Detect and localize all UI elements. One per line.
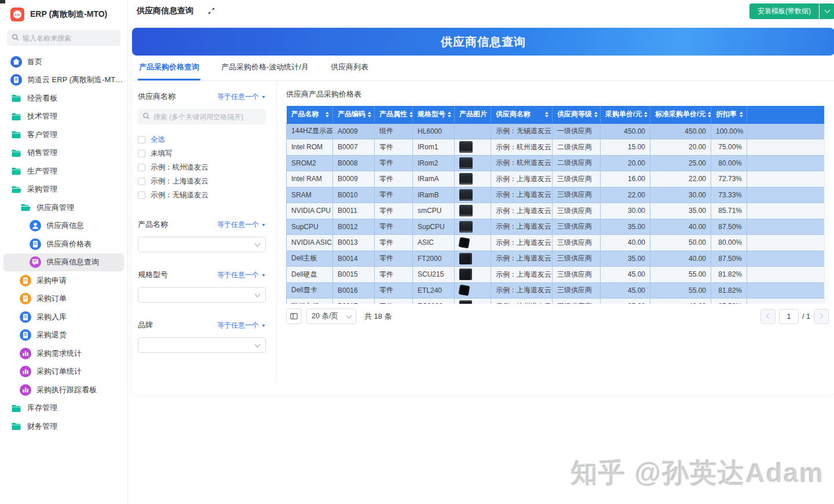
filter-operator-dropdown[interactable]: 等于任意一个▼ xyxy=(217,321,266,330)
checkbox-option[interactable]: 示例：上海道友云 xyxy=(138,174,266,188)
prev-page-button[interactable] xyxy=(760,309,776,324)
table-row[interactable]: Dell显卡B0016零件ETL240示例：上海道友云三级供应商45.0055.… xyxy=(287,282,825,299)
product-image-thumbnail[interactable] xyxy=(459,205,473,216)
fullscreen-expand-icon[interactable] xyxy=(207,7,215,15)
sidebar-item[interactable]: 采购订单 xyxy=(0,290,127,308)
column-header[interactable]: 标准采购单价/元 xyxy=(650,106,711,123)
checkbox-option[interactable]: 示例：杭州道友云 xyxy=(138,160,266,174)
product-image-thumbnail[interactable] xyxy=(459,253,472,264)
checkbox[interactable] xyxy=(138,164,145,171)
sort-icon[interactable] xyxy=(325,112,329,117)
install-template-label[interactable]: 安装模板(带数据) xyxy=(749,3,819,19)
table-row[interactable]: Dell硬盘B0015零件SCU215示例：上海道友云三级供应商45.0055.… xyxy=(287,267,825,283)
sidebar-item[interactable]: 采购申请 xyxy=(0,271,127,290)
product-image-thumbnail[interactable] xyxy=(459,221,473,233)
sidebar-item[interactable]: 生产管理 xyxy=(0,162,127,181)
sidebar-item[interactable]: 简道云 ERP (离散制造-MTO) ... xyxy=(0,71,127,90)
sidebar-item[interactable]: 经营看板 xyxy=(0,89,127,108)
brand-select[interactable] xyxy=(138,337,266,353)
table-row[interactable]: Dell主板B0014零件FT2000示例：上海道友云三级供应商35.0040.… xyxy=(287,251,825,267)
tab-product-purchase-price-query[interactable]: 产品采购价格查询 xyxy=(138,56,200,80)
product-image-thumbnail[interactable] xyxy=(459,300,472,304)
supplier-search-input[interactable] xyxy=(153,113,261,121)
column-header[interactable]: 采购单价/元 xyxy=(601,106,650,123)
column-settings-button[interactable] xyxy=(286,308,302,324)
vertical-scrollbar[interactable] xyxy=(824,106,829,304)
checkbox-option[interactable]: 全选 xyxy=(138,133,266,146)
table-row[interactable]: SupCPUB0012零件SupCPU示例：上海道友云三级供应商35.0040.… xyxy=(287,219,825,235)
checkbox[interactable] xyxy=(138,150,145,157)
checkbox-option[interactable]: 未填写 xyxy=(138,146,266,160)
sort-icon[interactable] xyxy=(545,112,548,117)
column-header[interactable]: 产品属性 xyxy=(375,106,413,123)
page-number-input[interactable] xyxy=(779,309,799,324)
sidebar-search-input[interactable] xyxy=(23,34,109,42)
column-header[interactable]: 产品编码 xyxy=(333,106,375,123)
column-header[interactable]: 规格型号 xyxy=(413,106,455,123)
table-row[interactable]: NVIDIA ASICB0013零件ASIC示例：上海道友云三级供应商40.00… xyxy=(287,235,825,251)
checkbox[interactable] xyxy=(138,192,145,199)
tab-price-fluctuation-monthly[interactable]: 产品采购价格-波动统计/月 xyxy=(220,56,310,80)
sidebar-item[interactable]: 供应商信息查询 xyxy=(3,253,124,272)
filter-operator-dropdown[interactable]: 等于任意一个▼ xyxy=(217,220,266,230)
sidebar-item[interactable]: 采购需求统计 xyxy=(0,344,127,363)
sort-icon[interactable] xyxy=(708,112,711,117)
sidebar-item[interactable]: 供应商信息 xyxy=(0,217,127,236)
next-page-button[interactable] xyxy=(814,309,829,324)
sort-icon[interactable] xyxy=(740,112,743,117)
sidebar-item[interactable]: 技术管理 xyxy=(0,108,127,126)
table-row[interactable]: 联想主板B0017零件EC2000示例：杭州道友云三级供应商35.0040.00… xyxy=(287,299,825,304)
table-cell: B0015 xyxy=(333,267,375,283)
product-image-thumbnail[interactable] xyxy=(459,157,473,169)
sidebar-item[interactable]: 销售管理 xyxy=(0,144,127,163)
table-row[interactable]: Intel ROMB0007零件IRom1示例：杭州道友云二级供应商15.002… xyxy=(287,139,825,156)
checkbox-option[interactable]: 示例：无锡道友云 xyxy=(138,188,266,202)
sort-icon[interactable] xyxy=(594,112,598,117)
filter-operator-dropdown[interactable]: 等于任意一个▼ xyxy=(217,270,266,280)
column-header[interactable]: 供应商等级 xyxy=(553,106,601,123)
table-row[interactable]: NVIDIA CPUB0011零件smCPU示例：上海道友云三级供应商30.00… xyxy=(287,203,825,219)
sidebar-item[interactable]: 供应商价格表 xyxy=(0,235,127,253)
product-image-thumbnail[interactable] xyxy=(459,237,470,248)
product-image-thumbnail[interactable] xyxy=(459,173,473,185)
sidebar-item[interactable]: 采购退货 xyxy=(0,326,127,345)
sidebar-item[interactable]: 采购入库 xyxy=(0,308,127,326)
product-image-thumbnail[interactable] xyxy=(459,189,473,201)
checkbox[interactable] xyxy=(138,136,145,144)
column-header[interactable]: 供应商名称 xyxy=(491,106,553,123)
table-row[interactable]: SRAMB0010零件IRamB示例：上海道友云三级供应商22.0030.007… xyxy=(287,187,825,203)
filter-operator-dropdown[interactable]: 等于任意一个▼ xyxy=(217,92,266,102)
column-header[interactable]: 折扣率 xyxy=(711,106,747,123)
table-row[interactable]: SROM2B0008零件IRom2示例：杭州道友云二级供应商20.0025.00… xyxy=(287,155,825,171)
sidebar-search[interactable] xyxy=(7,30,120,46)
sidebar-item[interactable]: 采购管理 xyxy=(0,181,127,199)
sidebar-item[interactable]: 采购订单统计 xyxy=(0,363,127,381)
sort-icon[interactable] xyxy=(448,112,451,117)
sort-icon[interactable] xyxy=(644,112,648,117)
page-size-select[interactable]: 20 条/页 xyxy=(306,308,356,324)
sidebar-item-label: 生产管理 xyxy=(27,166,57,176)
sidebar-item[interactable]: 供应商管理 xyxy=(0,198,127,217)
product-image-thumbnail[interactable] xyxy=(459,141,473,153)
table-cell: FT2000 xyxy=(413,251,455,267)
tab-supplier-list[interactable]: 供应商列表 xyxy=(330,56,370,80)
table-row[interactable]: 144HZ显示器A0009组件HL6000示例：无锡道友云一级供应商450.00… xyxy=(287,123,825,139)
sort-icon[interactable] xyxy=(409,112,413,117)
table-cell: B0014 xyxy=(333,251,375,267)
product-image-thumbnail[interactable] xyxy=(459,285,470,296)
install-template-button[interactable]: 安装模板(带数据) xyxy=(749,3,834,19)
checkbox[interactable] xyxy=(138,178,145,185)
sidebar-item[interactable]: 首页 xyxy=(0,53,127,71)
product-name-select[interactable] xyxy=(138,237,266,252)
product-image-thumbnail[interactable] xyxy=(459,268,472,280)
table-row[interactable]: Intel RAMB0009零件IRamA示例：上海道友云三级供应商16.002… xyxy=(287,171,825,187)
sidebar-item[interactable]: 采购执行跟踪看板 xyxy=(0,381,127,399)
install-dropdown-button[interactable] xyxy=(820,3,834,19)
spec-model-select[interactable] xyxy=(138,287,266,303)
supplier-search-box[interactable] xyxy=(138,109,266,124)
column-header[interactable]: 产品名称 xyxy=(287,106,333,123)
sidebar-item[interactable]: 客户管理 xyxy=(0,126,127,144)
sidebar-item[interactable]: 财务管理 xyxy=(0,417,127,436)
sort-icon[interactable] xyxy=(368,112,371,117)
sidebar-item[interactable]: 库存管理 xyxy=(0,399,127,418)
